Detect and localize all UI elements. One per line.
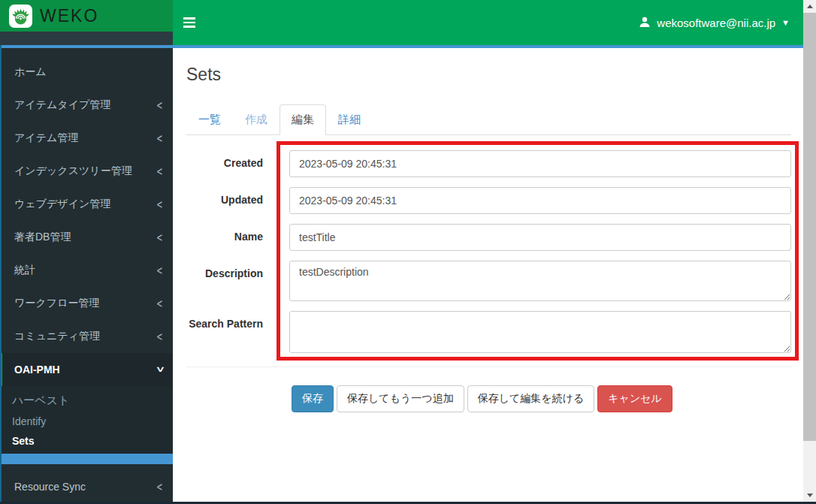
sidebar-item-workflow-admin[interactable]: ワークフロー管理 < xyxy=(0,287,173,320)
submenu-accent-bar xyxy=(0,454,173,464)
chevron-left-icon: < xyxy=(157,296,162,312)
chevron-left-icon: < xyxy=(157,98,162,113)
tab-edit[interactable]: 編集 xyxy=(280,104,326,135)
chevron-down-icon: ▼ xyxy=(781,18,790,27)
chevron-left-icon: < xyxy=(157,197,162,213)
page-title: Sets xyxy=(186,65,791,85)
chevron-left-icon: < xyxy=(157,164,162,180)
form-row-search-pattern: Search Pattern xyxy=(186,311,791,353)
oai-pmh-submenu: ハーベスト Identify Sets xyxy=(0,386,173,454)
form-row-updated: Updated xyxy=(186,187,791,214)
submenu-item-sets[interactable]: Sets xyxy=(0,431,173,451)
sidebar-top-strip xyxy=(0,32,173,45)
user-email: wekosoftware@nii.ac.jp xyxy=(657,17,775,29)
brand-title: WEKO xyxy=(40,6,98,26)
form-footer-divider xyxy=(186,367,791,367)
name-label: Name xyxy=(186,224,263,243)
chevron-left-icon: < xyxy=(157,230,162,246)
scroll-up-arrow-icon[interactable] xyxy=(803,0,816,13)
sidebar: ホーム アイテムタイプ管理 < アイテム管理 < インデックスツリー管理 < ウ… xyxy=(0,48,173,504)
sidebar-item-home[interactable]: ホーム xyxy=(0,56,173,89)
tab-list[interactable]: 一覧 xyxy=(186,104,233,135)
window-left-edge xyxy=(0,45,2,504)
chevron-left-icon: < xyxy=(157,263,162,279)
tab-create[interactable]: 作成 xyxy=(233,104,280,135)
form-row-description: Description testDescription xyxy=(186,261,791,301)
save-and-continue-editing-button[interactable]: 保存して編集を続ける xyxy=(467,385,595,412)
save-button[interactable]: 保存 xyxy=(292,385,334,412)
sidebar-item-webdesign-admin[interactable]: ウェブデザイン管理 < xyxy=(0,188,173,221)
sidebar-item-statistics[interactable]: 統計 < xyxy=(0,254,173,287)
chevron-left-icon: < xyxy=(157,131,162,146)
search-pattern-label: Search Pattern xyxy=(186,311,263,330)
form-row-name: Name xyxy=(186,224,791,251)
sidebar-item-itemtype-admin[interactable]: アイテムタイプ管理 < xyxy=(0,89,173,122)
vertical-scrollbar[interactable] xyxy=(803,0,816,502)
created-input[interactable] xyxy=(289,150,791,177)
chevron-left-icon: < xyxy=(157,479,162,495)
submenu-item-identify[interactable]: Identify xyxy=(0,412,173,431)
name-input[interactable] xyxy=(289,224,791,251)
description-label: Description xyxy=(186,261,263,279)
logo-block[interactable]: WEKO xyxy=(0,0,173,32)
tab-detail[interactable]: 詳細 xyxy=(326,104,373,135)
updated-label: Updated xyxy=(186,187,263,206)
created-label: Created xyxy=(186,150,263,169)
sidebar-item-authordb-admin[interactable]: 著者DB管理 < xyxy=(0,221,173,254)
scrollbar-thumb[interactable] xyxy=(803,13,816,441)
form-row-created: Created xyxy=(186,150,791,177)
search-pattern-textarea[interactable] xyxy=(289,311,791,353)
submenu-item-harvest[interactable]: ハーベスト xyxy=(0,389,173,412)
main-content: Sets 一覧 作成 編集 詳細 Created Updated Name De… xyxy=(173,48,803,502)
sidebar-item-oai-pmh[interactable]: OAI-PMH < xyxy=(0,353,173,386)
user-account-menu[interactable]: wekosoftware@nii.ac.jp ▼ xyxy=(639,0,790,45)
user-icon xyxy=(639,16,651,30)
sidebar-toggle-hamburger-icon[interactable] xyxy=(183,13,216,32)
form-actions: 保存 保存してもう一つ追加 保存して編集を続ける キャンセル xyxy=(292,385,791,412)
chevron-left-icon: < xyxy=(157,329,162,345)
sidebar-item-indextree-admin[interactable]: インデックスツリー管理 < xyxy=(0,155,173,188)
cancel-button[interactable]: キャンセル xyxy=(597,385,672,412)
description-textarea[interactable]: testDescription xyxy=(289,261,791,301)
save-and-add-another-button[interactable]: 保存してもう一つ追加 xyxy=(337,385,464,412)
sidebar-item-item-admin[interactable]: アイテム管理 < xyxy=(0,122,173,155)
weko-logo-icon xyxy=(9,5,32,28)
sets-tab-bar: 一覧 作成 編集 詳細 xyxy=(186,104,791,135)
updated-input[interactable] xyxy=(289,187,791,214)
sidebar-item-community-admin[interactable]: コミュニティ管理 < xyxy=(0,320,173,353)
chevron-down-icon: < xyxy=(152,367,168,372)
scroll-down-arrow-icon[interactable] xyxy=(803,489,816,502)
top-navbar: wekosoftware@nii.ac.jp ▼ xyxy=(173,0,803,45)
sets-edit-form: Created Updated Name Description testDes… xyxy=(186,141,791,361)
sidebar-item-resource-sync[interactable]: Resource Sync < xyxy=(0,470,173,503)
